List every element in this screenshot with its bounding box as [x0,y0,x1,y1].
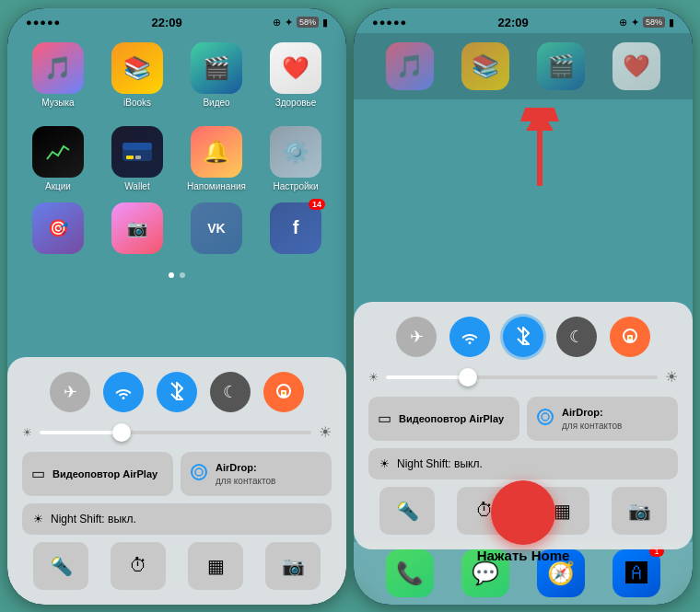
left-bottom-icons: 🔦 ⏱ ▦ 📷 [22,542,332,590]
right-airplay-title: Видеоповтор AirPlay [399,412,504,425]
music-label: Музыка [41,98,74,108]
fb-badge: 14 [309,199,325,210]
left-status-icons: ⊕ ✦ 58% ▮ [273,17,328,29]
wallet-label: Wallet [124,181,149,191]
airdrop-icon [190,463,208,485]
music-icon: 🎵 [32,42,84,94]
left-bluetooth-btn[interactable] [157,372,197,412]
nightshift-label: Night Shift: выкл. [51,513,136,525]
vk-icon: VK [191,202,242,254]
stocks-app[interactable]: Акции [26,126,90,191]
right-lock-btn[interactable] [610,317,650,357]
right-brightness-slider[interactable]: ☀ ☀ [368,368,678,386]
reminders-icon: 🔔 [191,126,242,178]
right-nightshift[interactable]: ☀ Night Shift: выкл. [368,448,678,479]
right-slider-track [386,375,658,379]
app-misc1[interactable]: 🎯 [26,202,90,258]
page-dot-2 [180,272,185,278]
right-sun-large-icon: ☀ [665,368,678,386]
left-feature-row: ▭ Видеоповтор AirPlay [22,452,332,495]
right-bluetooth-btn[interactable] [503,317,543,357]
airplay-icon: ▭ [31,465,45,482]
right-flashlight-btn[interactable]: 🔦 [379,487,435,535]
wallet-app[interactable]: Wallet [105,126,169,191]
airdrop-text: AirDrop: для контактов [216,461,275,486]
left-airplay-btn[interactable]: ▭ Видеоповтор AirPlay [22,452,173,495]
reminders-app[interactable]: 🔔 Напоминания [184,126,249,191]
svg-point-11 [629,337,632,340]
video-icon: 🎬 [191,42,242,94]
right-phone: ●●●●● 22:09 ⊕ ✦ 58% ▮ 🎵 📚 🎬 ❤️ [354,8,693,605]
right-health-app: ❤️ [612,42,660,90]
left-moon-btn[interactable]: ☾ [210,372,251,412]
right-moon-btn[interactable]: ☾ [556,317,597,357]
left-status-bar: ●●●●● 22:09 ⊕ ✦ 58% ▮ [7,8,346,33]
misc1-icon: 🎯 [32,202,84,254]
right-signal-dots: ●●●●● [372,17,407,28]
fb-icon: f 14 [270,202,321,254]
left-timer-btn[interactable]: ⏱ [111,542,166,590]
music-app[interactable]: 🎵 Музыка [26,42,90,108]
health-icon: ❤️ [270,42,321,94]
ibooks-app[interactable]: 📚 iBooks [105,42,169,108]
airdrop-title: AirDrop: [216,461,275,474]
right-wifi-btn[interactable] [449,317,490,357]
right-airdrop-title: AirDrop: [562,406,622,419]
left-brightness-slider[interactable]: ☀ ☀ [22,423,332,441]
slider-fill [40,431,122,434]
airdrop-sub: для контактов [216,475,275,487]
home-circle [491,480,555,545]
red-arrow-annotation [512,108,567,191]
airplay-title: Видеоповтор AirPlay [52,468,158,480]
right-airplane-btn[interactable]: ✈ [396,317,437,357]
nightshift-icon: ☀ [33,513,43,525]
health-label: Здоровье [275,98,317,108]
right-video-app: 🎬 [537,42,585,90]
right-feature-row: ▭ Видеоповтор AirPlay [368,397,678,440]
left-flashlight-btn[interactable]: 🔦 [33,542,88,590]
right-sun-small-icon: ☀ [368,371,379,384]
health-app[interactable]: ❤️ Здоровье [263,42,328,108]
svg-marker-16 [526,108,554,131]
left-airdrop-btn[interactable]: AirDrop: для контактов [181,452,332,495]
fb-app[interactable]: f 14 [263,202,328,258]
right-nightshift-icon: ☀ [379,457,390,470]
left-airplane-btn[interactable]: ✈ [50,372,90,412]
main-container: ●●●●● 22:09 ⊕ ✦ 58% ▮ 🎵 Музыка 📚 i [0,0,700,612]
svg-point-7 [192,465,206,479]
right-status-bar: ●●●●● 22:09 ⊕ ✦ 58% ▮ [354,8,693,33]
left-nightshift[interactable]: ☀ Night Shift: выкл. [22,503,332,535]
right-airplay-btn[interactable]: ▭ Видеоповтор AirPlay [368,397,519,440]
right-airplay-text: Видеоповтор AirPlay [399,412,504,425]
right-status-icons: ⊕ ✦ 58% ▮ [619,17,674,29]
right-nightshift-label: Night Shift: выкл. [397,457,483,470]
vk-app[interactable]: VK [184,202,249,258]
right-airplay-icon: ▭ [378,410,391,427]
settings-label: Настройки [273,181,318,191]
svg-point-6 [283,392,286,395]
left-phone: ●●●●● 22:09 ⊕ ✦ 58% ▮ 🎵 Музыка 📚 i [7,8,346,605]
svg-point-8 [195,468,203,476]
left-wifi-btn[interactable] [103,372,144,412]
right-airdrop-btn[interactable]: AirDrop: для контактов [527,397,678,440]
misc2-icon: 📷 [111,202,163,254]
left-lock-btn[interactable] [263,372,304,412]
left-home-grid-row2: Акции Wallet 🔔 Напоминани [7,117,346,201]
video-app[interactable]: 🎬 Видео [184,42,249,108]
svg-point-12 [538,410,553,424]
right-airdrop-text: AirDrop: для контактов [562,406,622,431]
sun-large-icon: ☀ [319,423,332,441]
right-slider-thumb [459,368,477,387]
right-phone-screen: ●●●●● 22:09 ⊕ ✦ 58% ▮ 🎵 📚 🎬 ❤️ [354,8,693,605]
ibooks-label: iBooks [123,98,151,108]
app-misc2[interactable]: 📷 [105,202,169,258]
left-camera-btn[interactable]: 📷 [265,542,321,590]
right-camera-btn[interactable]: 📷 [612,487,667,535]
page-dot-1 [169,272,174,278]
left-control-panel: ✈ ☾ [7,357,346,604]
wallet-icon [111,126,163,178]
settings-app[interactable]: ⚙️ Настройки [263,126,328,191]
right-slider-fill [386,375,468,379]
left-calculator-btn[interactable]: ▦ [188,542,243,590]
svg-point-13 [542,413,549,421]
